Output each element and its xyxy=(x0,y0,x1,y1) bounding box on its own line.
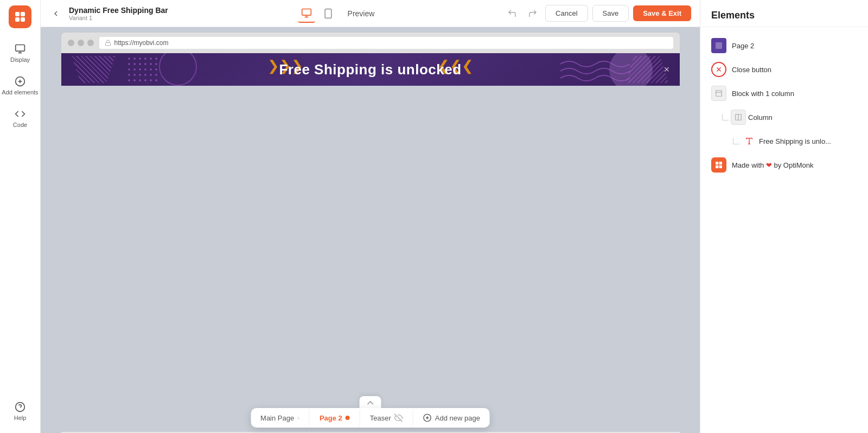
banner-text: Free Shipping is unlocked xyxy=(279,61,461,78)
desktop-view-button[interactable] xyxy=(298,4,315,23)
eye-off-icon xyxy=(394,413,403,422)
svg-rect-4 xyxy=(16,45,25,52)
svg-rect-25 xyxy=(716,91,722,97)
browser-dots xyxy=(68,40,94,46)
mobile-icon xyxy=(323,8,334,19)
mobile-view-button[interactable] xyxy=(320,5,337,22)
save-exit-button[interactable]: Save & Exit xyxy=(633,5,691,21)
page-tabs-wrapper: Main Page › Page 2 Teaser xyxy=(251,396,490,428)
shipping-bar: ❯❯❯ ❮❮❮ Free Shipping is unlocked xyxy=(61,53,680,86)
back-arrow-icon xyxy=(52,9,60,18)
text-T-icon xyxy=(745,137,754,145)
element-page2-icon xyxy=(711,38,726,53)
element-text-node[interactable]: Free Shipping is unlo... xyxy=(700,129,868,153)
svg-rect-34 xyxy=(719,165,722,168)
preview-label: Preview xyxy=(348,9,375,18)
browser-frame: https://myobvi.com ❯❯❯ ❮❮❮ xyxy=(61,33,680,433)
element-column[interactable]: Column xyxy=(700,105,868,129)
block-icon xyxy=(715,90,723,97)
connector-line xyxy=(722,114,729,120)
deco-waves xyxy=(560,56,631,83)
heart-icon: ❤ xyxy=(766,161,772,169)
main-content: Dynamic Free Shipping Bar Variant 1 xyxy=(41,0,700,433)
lock-icon xyxy=(105,40,111,46)
app-logo[interactable] xyxy=(9,5,31,28)
display-icon xyxy=(15,43,25,54)
add-elements-icon xyxy=(15,76,25,87)
page-tabs: Main Page › Page 2 Teaser xyxy=(251,408,490,428)
tab-teaser-label: Teaser xyxy=(370,414,391,422)
connector-line-2 xyxy=(733,138,739,144)
element-close-label: Close button xyxy=(732,66,771,74)
sidebar-item-code[interactable]: Code xyxy=(0,102,40,135)
sidebar-item-help-label: Help xyxy=(14,415,27,421)
left-sidebar: Display Add elements Code Help xyxy=(0,0,41,433)
redo-button[interactable] xyxy=(525,5,541,22)
tab-page2[interactable]: Page 2 xyxy=(310,409,360,428)
campaign-title-block: Dynamic Free Shipping Bar Variant 1 xyxy=(69,6,168,21)
svg-rect-33 xyxy=(716,165,718,168)
browser-dot-yellow xyxy=(78,40,84,46)
svg-rect-2 xyxy=(15,17,20,22)
add-new-page-button[interactable]: Add new page xyxy=(413,408,490,428)
svg-rect-31 xyxy=(716,162,718,164)
svg-rect-17 xyxy=(105,43,110,46)
svg-rect-3 xyxy=(21,17,25,22)
element-brand[interactable]: Made with ❤ by OptiMonk xyxy=(700,153,868,177)
sidebar-item-display-label: Display xyxy=(10,56,30,63)
back-button[interactable] xyxy=(49,7,62,20)
element-column-icon xyxy=(731,110,746,125)
tab-page2-dot xyxy=(346,416,350,420)
tab-main-page-arrow: › xyxy=(297,415,299,421)
elements-panel-title: Elements xyxy=(700,0,868,27)
redo-icon xyxy=(528,9,538,18)
deco-dots xyxy=(126,56,159,83)
column-indent: Column xyxy=(722,110,773,125)
element-block-1col[interactable]: Block with 1 column xyxy=(700,81,868,105)
undo-button[interactable] xyxy=(504,5,520,22)
desktop-icon xyxy=(301,8,312,18)
element-close-button[interactable]: Close button xyxy=(700,58,868,81)
element-text-icon xyxy=(742,133,757,149)
element-page2-label: Page 2 xyxy=(732,42,754,50)
element-close-icon xyxy=(711,62,726,77)
add-page-icon xyxy=(423,413,432,422)
save-button[interactable]: Save xyxy=(592,5,629,22)
campaign-title: Dynamic Free Shipping Bar xyxy=(69,6,168,15)
sidebar-item-add-elements-label: Add elements xyxy=(2,89,38,95)
campaign-subtitle: Variant 1 xyxy=(69,15,168,21)
browser-content: ❯❯❯ ❮❮❮ Free Shipping is unlocked xyxy=(61,53,680,432)
view-controls: Preview xyxy=(175,4,497,23)
top-bar: Dynamic Free Shipping Bar Variant 1 xyxy=(41,0,700,27)
right-panel: Elements Page 2 Close button xyxy=(700,0,868,433)
undo-icon xyxy=(507,9,517,18)
browser-chrome: https://myobvi.com xyxy=(61,33,680,53)
logo-icon xyxy=(14,10,27,23)
top-bar-actions: Cancel Save Save & Exit xyxy=(504,5,691,22)
sidebar-item-code-label: Code xyxy=(13,122,27,128)
sidebar-item-display[interactable]: Display xyxy=(0,37,40,69)
svg-rect-0 xyxy=(15,12,20,16)
add-new-page-label: Add new page xyxy=(435,414,480,422)
element-text-label: Free Shipping is unlo... xyxy=(759,137,831,145)
deco-lines-left xyxy=(72,56,116,83)
tabs-chevron[interactable] xyxy=(360,396,381,409)
svg-rect-1 xyxy=(21,12,25,16)
tab-teaser[interactable]: Teaser xyxy=(360,408,413,428)
sidebar-item-help[interactable]: Help xyxy=(0,395,40,428)
cancel-button[interactable]: Cancel xyxy=(545,5,588,22)
svg-rect-32 xyxy=(719,162,722,164)
tab-main-page[interactable]: Main Page › xyxy=(251,409,309,428)
url-text: https://myobvi.com xyxy=(114,39,169,47)
banner-close-button[interactable]: ✕ xyxy=(661,64,672,75)
chevron-up-icon xyxy=(367,400,374,405)
help-icon xyxy=(15,402,25,412)
browser-addressbar[interactable]: https://myobvi.com xyxy=(99,37,673,49)
element-brand-icon xyxy=(711,157,726,173)
sidebar-item-add-elements[interactable]: Add elements xyxy=(0,69,40,102)
code-icon xyxy=(15,109,25,119)
element-brand-label: Made with ❤ by OptiMonk xyxy=(732,161,813,169)
element-page2[interactable]: Page 2 xyxy=(700,34,868,58)
deco-circle-left xyxy=(159,53,197,86)
brand-icon xyxy=(714,161,723,169)
